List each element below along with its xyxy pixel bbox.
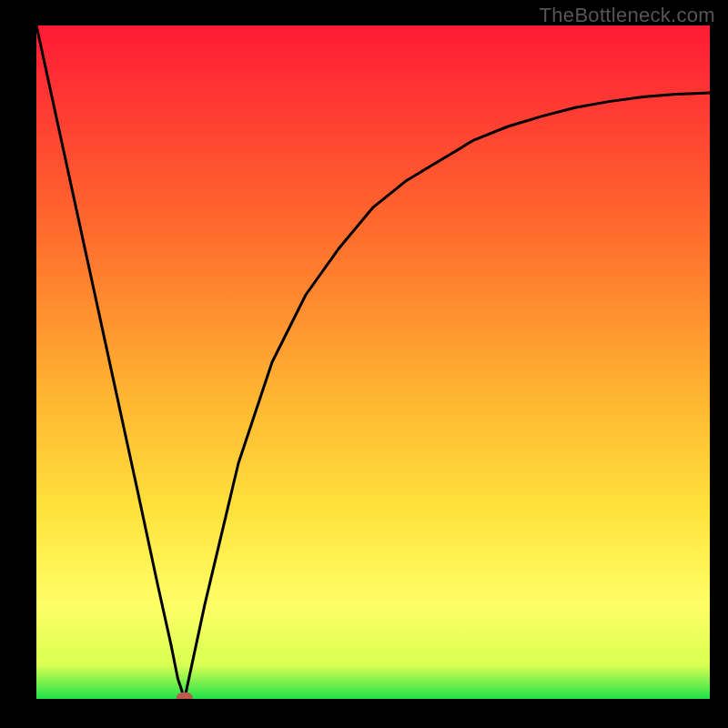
chart-frame: TheBottleneck.com: [0, 0, 728, 728]
gradient-background: [36, 25, 710, 699]
chart-svg: [36, 25, 710, 699]
watermark-label: TheBottleneck.com: [540, 4, 715, 27]
plot-area: [36, 25, 710, 699]
